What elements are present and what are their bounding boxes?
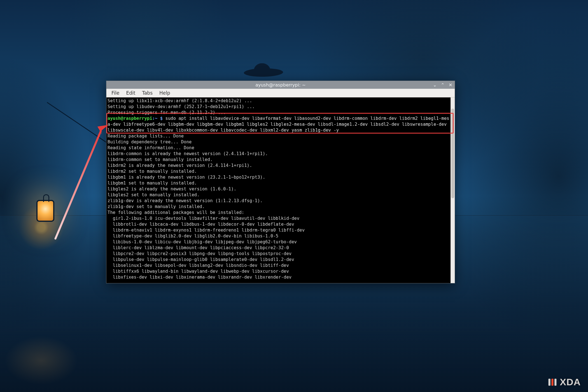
menu-edit[interactable]: Edit xyxy=(123,90,138,96)
close-button[interactable]: ✕ xyxy=(448,82,453,88)
vertical-scrollbar[interactable] xyxy=(451,97,455,283)
terminal-output: Setting up libx11-xcb-dev:armhf (2:1.8.4… xyxy=(108,98,449,280)
terminal-body[interactable]: Setting up libx11-xcb-dev:armhf (2:1.8.4… xyxy=(106,97,451,283)
window-title: ayush@raspberrypi: ~ xyxy=(255,82,306,88)
svg-rect-1 xyxy=(552,379,554,386)
xda-watermark: XDA xyxy=(547,377,581,388)
window-controls: ⌄ ⌃ ✕ xyxy=(432,81,453,89)
xda-watermark-text: XDA xyxy=(560,377,581,388)
minimize-button[interactable]: ⌄ xyxy=(432,82,437,88)
xda-logo-icon xyxy=(547,377,557,387)
terminal-window: ayush@raspberrypi: ~ ⌄ ⌃ ✕ File Edit Tab… xyxy=(106,81,455,283)
scrollbar-thumb[interactable] xyxy=(451,109,454,198)
maximize-button[interactable]: ⌃ xyxy=(440,82,445,88)
svg-rect-2 xyxy=(554,379,556,386)
wallpaper-lantern xyxy=(36,200,54,222)
svg-rect-0 xyxy=(549,379,550,386)
menu-tabs[interactable]: Tabs xyxy=(139,90,155,96)
terminal-viewport: Setting up libx11-xcb-dev:armhf (2:1.8.4… xyxy=(106,97,455,283)
window-titlebar[interactable]: ayush@raspberrypi: ~ ⌄ ⌃ ✕ xyxy=(106,81,455,89)
menu-bar: File Edit Tabs Help xyxy=(106,89,455,97)
menu-help[interactable]: Help xyxy=(157,90,173,96)
menu-file[interactable]: File xyxy=(109,90,122,96)
